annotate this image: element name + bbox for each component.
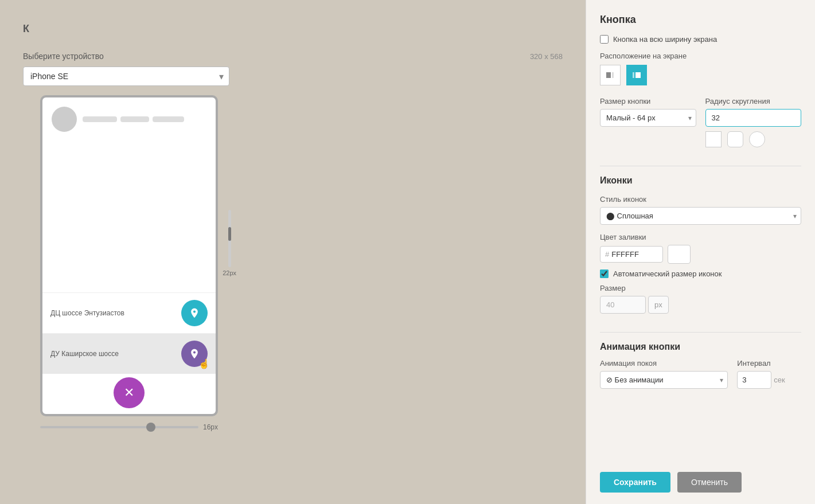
phone-line [83, 116, 117, 122]
auto-size-row: Автоматический размер иконок [600, 269, 801, 278]
auto-size-checkbox[interactable] [600, 269, 609, 278]
fill-color-label: Цвет заливки [600, 233, 801, 241]
auto-size-label: Автоматический размер иконок [613, 269, 722, 278]
section-title: Кнопка [600, 14, 801, 26]
list-item-active: ДУ Каширское шоссе ☝ [42, 333, 216, 374]
full-width-label: Кнопка на всю ширину экрана [613, 35, 717, 44]
slider-thumb [146, 423, 155, 432]
position-left-icon [606, 71, 615, 80]
radius-rounded-btn[interactable] [727, 131, 743, 147]
button-size-select-wrapper: Малый - 64 px Средний - 80 px Большой - … [600, 109, 696, 127]
button-size-label: Размер кнопки [600, 97, 696, 106]
device-select[interactable]: iPhone SE iPhone 12 Samsung Galaxy S21 [23, 67, 229, 86]
color-swatch[interactable] [668, 245, 691, 264]
radius-circle-btn[interactable] [749, 131, 765, 147]
svg-rect-3 [635, 72, 641, 78]
button-size-select[interactable]: Малый - 64 px Средний - 80 px Большой - … [600, 109, 696, 127]
list-item: ДЦ шоссе Энтузиастов [42, 292, 216, 333]
device-label: Выберите устройство [23, 52, 104, 61]
device-resolution: 320 x 568 [530, 52, 563, 61]
interval-col: Интервал 3 сек [737, 359, 801, 389]
rest-anim-select-wrapper: ⊘ Без анимации Пульсация Вращение ▾ [600, 371, 728, 389]
list-item-text-2: ДУ Каширское шоссе [50, 350, 119, 358]
size-label: Размер [600, 284, 801, 292]
color-hash-field[interactable]: # FFFFFF [600, 246, 663, 263]
svg-rect-1 [612, 72, 614, 78]
avatar [52, 107, 77, 132]
position-btn-left[interactable] [600, 65, 621, 85]
color-value: FFFFFF [611, 250, 639, 259]
button-size-col: Размер кнопки Малый - 64 px Средний - 80… [600, 97, 696, 127]
phone-lines [83, 116, 206, 122]
size-radius-row: Размер кнопки Малый - 64 px Средний - 80… [600, 97, 801, 147]
icons-section-title: Иконки [600, 175, 801, 186]
fab-button-teal[interactable] [181, 300, 208, 326]
bottom-buttons: Сохранить Отменить [600, 460, 801, 493]
right-panel: Кнопка Кнопка на всю ширину экрана Распо… [586, 0, 815, 504]
divider-1 [600, 166, 801, 166]
fab-close-button[interactable]: ✕ [114, 377, 145, 408]
cancel-button[interactable]: Отменить [677, 472, 742, 493]
list-item-text: ДЦ шоссе Энтузиастов [50, 309, 124, 317]
phone-mockup: ДЦ шоссе Энтузиастов ДУ Каширское шоссе [40, 95, 218, 416]
location-icon [189, 307, 200, 319]
color-input-row: # FFFFFF [600, 245, 801, 264]
animation-row: Анимация покоя ⊘ Без анимации Пульсация … [600, 359, 801, 389]
scroll-thumb [228, 227, 231, 241]
fab-close-row: ✕ [42, 374, 216, 414]
phone-header [42, 97, 216, 138]
phone-bottom: ДЦ шоссе Энтузиастов ДУ Каширское шоссе [42, 292, 216, 414]
save-button[interactable]: Сохранить [600, 472, 670, 493]
animation-title: Анимация кнопки [600, 342, 801, 352]
radius-col: Радиус скругления 32 [705, 97, 802, 147]
icon-style-label: Стиль иконок [600, 195, 801, 204]
fab-button-purple[interactable]: ☝ [181, 341, 208, 367]
phone-mockup-wrapper: ДЦ шоссе Энтузиастов ДУ Каширское шоссе [23, 95, 218, 416]
rest-animation-label: Анимация покоя [600, 359, 728, 368]
full-width-checkbox[interactable] [600, 35, 609, 44]
top-bar: К [23, 11, 563, 46]
hash-symbol: # [605, 250, 609, 259]
size-input[interactable] [600, 296, 646, 314]
bottom-slider-section: 16px [40, 423, 218, 431]
size-unit: px [648, 296, 669, 314]
interval-unit: сек [774, 376, 785, 384]
radius-label: Радиус скругления [705, 97, 802, 106]
interval-label: Интервал [737, 359, 801, 368]
device-section: Выберите устройство 320 x 568 [23, 52, 563, 61]
size-input-row: px [600, 296, 801, 314]
location-icon-2 [189, 348, 200, 360]
left-panel: К Выберите устройство 320 x 568 iPhone S… [0, 0, 586, 504]
device-select-wrapper: iPhone SE iPhone 12 Samsung Galaxy S21 ▾ [23, 67, 229, 86]
cursor-icon: ☝ [198, 358, 210, 369]
divider-2 [600, 332, 801, 333]
full-width-row: Кнопка на всю ширину экрана [600, 35, 801, 44]
radius-input[interactable]: 32 [705, 109, 802, 127]
icon-style-select-wrapper: ⬤ Сплошная ○ Контурная ▾ [600, 207, 801, 225]
slider-value: 16px [203, 423, 218, 431]
page-title: К [23, 23, 29, 35]
interval-input[interactable]: 3 [737, 371, 771, 389]
interval-input-row: 3 сек [737, 371, 801, 389]
position-right-icon [632, 71, 641, 80]
phone-line [120, 116, 149, 122]
svg-rect-2 [633, 72, 634, 78]
slider-track [40, 426, 198, 428]
rest-anim-select[interactable]: ⊘ Без анимации Пульсация Вращение [600, 371, 728, 389]
icon-style-select[interactable]: ⬤ Сплошная ○ Контурная [600, 207, 801, 225]
vertical-scroll: 22px [223, 210, 236, 276]
phone-line [153, 116, 184, 122]
radius-square-btn[interactable] [705, 131, 722, 147]
position-label: Расположение на экране [600, 52, 801, 60]
position-btn-right[interactable] [626, 65, 647, 85]
close-icon: ✕ [124, 385, 134, 400]
scroll-value: 22px [223, 269, 236, 276]
rest-anim-col: Анимация покоя ⊘ Без анимации Пульсация … [600, 359, 728, 389]
radius-options [705, 131, 802, 147]
svg-rect-0 [606, 72, 611, 78]
scroll-track [228, 210, 231, 267]
position-row [600, 65, 801, 85]
